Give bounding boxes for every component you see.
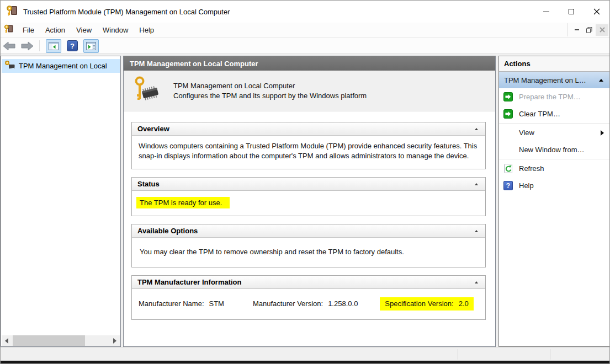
- toolbar-help-button[interactable]: ?: [67, 40, 78, 51]
- maximize-button[interactable]: [559, 1, 584, 23]
- scroll-left-icon: [5, 338, 8, 344]
- mdi-close-button[interactable]: [596, 24, 608, 36]
- results-content: Overview Windows computers containing a …: [124, 112, 495, 346]
- tree-item-tpm-management[interactable]: TPM Management on Local: [2, 59, 120, 73]
- back-arrow-icon: [3, 41, 16, 51]
- help-question-glyph: ?: [506, 182, 510, 190]
- forward-button[interactable]: [20, 41, 34, 51]
- maximize-icon: [569, 9, 574, 14]
- show-console-tree-button[interactable]: [46, 39, 61, 53]
- menu-help[interactable]: Help: [134, 24, 160, 36]
- action-view[interactable]: View: [499, 124, 609, 141]
- status-body: The TPM is ready for use.: [132, 191, 485, 216]
- manufacturer-section: TPM Manufacturer Information Manufacture…: [131, 275, 486, 320]
- mdi-minimize-button[interactable]: [570, 24, 583, 36]
- action-new-window-label: New Window from…: [519, 146, 584, 154]
- menu-window[interactable]: Window: [97, 24, 134, 36]
- manufacturer-name-label: Manufacturer Name:: [139, 299, 204, 309]
- tpm-key-icon: [6, 4, 18, 19]
- specification-version-value: 2.0: [459, 299, 469, 309]
- actions-group-title: TPM Management on L…: [504, 76, 586, 84]
- menu-bar: File Action View Window Help: [1, 23, 609, 38]
- overview-collapse-button[interactable]: [473, 126, 480, 132]
- scroll-right-button[interactable]: [110, 335, 120, 346]
- actions-separator: [499, 123, 609, 124]
- manufacturer-collapse-button[interactable]: [473, 280, 480, 285]
- available-options-section-header: Available Options: [132, 224, 485, 238]
- available-options-body: You may clear the TPM to remove ownershi…: [132, 238, 485, 267]
- overview-body: Windows computers containing a Trusted P…: [132, 136, 485, 169]
- status-section: Status The TPM is ready for use.: [131, 177, 486, 216]
- help-question-glyph: ?: [70, 42, 75, 50]
- manufacturer-name-value: STM: [209, 299, 224, 309]
- collapse-up-icon: [475, 183, 478, 185]
- available-options-collapse-button[interactable]: [473, 228, 480, 234]
- scroll-right-icon: [113, 338, 116, 344]
- window-controls: [533, 1, 609, 23]
- refresh-icon: [503, 164, 513, 173]
- menu-action[interactable]: Action: [40, 24, 71, 36]
- manufacturer-name-field: Manufacturer Name: STM: [139, 299, 224, 309]
- banner-title: TPM Management on Local Computer: [173, 81, 367, 91]
- action-help-label: Help: [519, 181, 534, 190]
- submenu-arrow-icon: [601, 130, 604, 136]
- banner-text: TPM Management on Local Computer Configu…: [173, 81, 367, 101]
- mdi-restore-button[interactable]: [583, 24, 596, 36]
- action-new-window[interactable]: New Window from…: [499, 141, 609, 158]
- window-title: Trusted Platform Module (TPM) Management…: [23, 8, 230, 16]
- status-collapse-button[interactable]: [473, 181, 480, 187]
- window-bottom-edge: [1, 361, 609, 363]
- actions-group-header[interactable]: TPM Management on L…: [499, 72, 609, 88]
- console-tree-pane: TPM Management on Local: [1, 56, 121, 347]
- tpm-node-icon: [4, 60, 15, 72]
- available-options-title: Available Options: [137, 227, 198, 235]
- actions-pane: Actions TPM Management on L… Prepare the…: [498, 56, 610, 347]
- actions-group-collapse-button[interactable]: [598, 78, 604, 83]
- back-button[interactable]: [3, 41, 16, 51]
- toolbar: ?: [1, 38, 609, 54]
- green-arrow-icon: [503, 109, 513, 119]
- action-prepare-tpm[interactable]: Prepare the TPM…: [499, 88, 609, 105]
- manufacturer-version-label: Manufacturer Version:: [253, 299, 323, 309]
- show-action-pane-button[interactable]: [83, 39, 99, 53]
- overview-section: Overview Windows computers containing a …: [131, 122, 486, 169]
- horizontal-scrollbar[interactable]: [2, 335, 120, 346]
- snapin-banner: TPM Management on Local Computer Configu…: [124, 71, 495, 111]
- manufacturer-section-header: TPM Manufacturer Information: [132, 276, 485, 289]
- actions-pane-header: Actions: [499, 56, 609, 72]
- toolbar-separator: [39, 40, 40, 51]
- banner-subtitle: Configures the TPM and its support by th…: [173, 91, 367, 101]
- results-pane-title: TPM Management on Local Computer: [130, 60, 258, 68]
- specification-version-field-highlighted: Specification Version: 2.0: [380, 297, 473, 311]
- mdi-close-icon: [600, 27, 605, 33]
- scroll-left-button[interactable]: [2, 335, 12, 346]
- green-arrow-icon: [503, 92, 513, 101]
- minimize-button[interactable]: [533, 1, 559, 23]
- mdi-restore-icon: [586, 27, 592, 33]
- available-options-section: Available Options You may clear the TPM …: [131, 224, 486, 267]
- action-clear-tpm[interactable]: Clear TPM…: [499, 105, 609, 122]
- action-help[interactable]: ? Help: [499, 177, 609, 194]
- scrollbar-thumb[interactable]: [13, 335, 85, 346]
- overview-section-header: Overview: [132, 122, 485, 136]
- forward-arrow-icon: [20, 41, 34, 51]
- tree-item-label: TPM Management on Local: [19, 62, 107, 70]
- console-tree-icon: [49, 42, 59, 50]
- status-message-highlighted: The TPM is ready for use.: [136, 197, 230, 208]
- collapse-up-icon: [475, 230, 478, 232]
- tpm-chip-key-icon: [134, 76, 160, 106]
- action-refresh[interactable]: Refresh: [499, 160, 609, 177]
- collapse-up-icon: [475, 128, 478, 130]
- menu-view[interactable]: View: [71, 24, 97, 36]
- manufacturer-body: Manufacturer Name: STM Manufacturer Vers…: [132, 289, 485, 319]
- menu-file[interactable]: File: [17, 24, 40, 36]
- close-button[interactable]: [584, 1, 609, 23]
- main-area: TPM Management on Local TPM Management o…: [1, 54, 609, 348]
- actions-title: Actions: [504, 60, 531, 68]
- console-document-icon: [4, 24, 14, 36]
- status-section-header: Status: [132, 178, 485, 191]
- action-view-label: View: [519, 129, 534, 137]
- results-pane: TPM Management on Local Computer: [123, 56, 496, 347]
- manufacturer-version-value: 1.258.0.0: [328, 299, 358, 309]
- collapse-up-icon: [599, 79, 603, 82]
